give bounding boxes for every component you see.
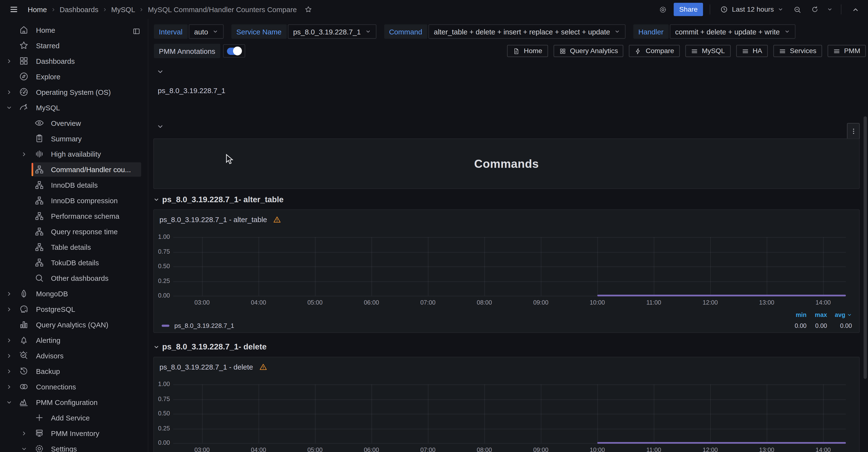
refresh-interval-picker[interactable] [825,2,834,17]
dashboard-link-label: PMM [844,47,860,55]
kiosk-mode-button[interactable] [848,2,862,17]
x-axis-tick-label: 07:00 [416,446,440,452]
sidebar-item-starred[interactable]: Starred [0,37,148,53]
row-header-alter-table[interactable]: ps_8.0_3.19.228.7_1- alter_table [153,195,283,204]
sidebar-item-query-response-time[interactable]: Query response time [0,224,148,239]
clipboard-icon [34,134,44,144]
variable-interval: Intervalauto [154,25,224,39]
sidebar-item-label: Performance schema [51,212,119,220]
dashboard-link-home[interactable]: Home [507,45,548,57]
breadcrumb-item-dashboards[interactable]: Dashboards [60,5,98,13]
sidebar-item-table-details[interactable]: Table details [0,239,148,255]
sidebar-item-label: Home [36,26,55,34]
legend-stat-headers: minmaxavg [784,311,852,318]
sidebar-item-advisors[interactable]: Advisors [0,348,148,364]
x-axis-tick-label: 04:00 [246,299,271,306]
sidebar-item-mongodb[interactable]: MongoDB [0,286,148,302]
variable-selected-value: ps_8.0_3.19.228.7_1 [293,27,361,36]
variable-value-dropdown[interactable]: alter_table + delete + insert + replace … [428,25,626,39]
sidebar-item-performance-schema[interactable]: Performance schema [0,208,148,224]
breadcrumb-item-mysql-command-handler-counters-compare: MySQL Command/Handler Counters Compare [148,5,297,13]
panel-header[interactable]: ps_8.0_3.19.228.7_1 - alter_table [159,216,282,224]
y-axis-tick-label: 0.25 [154,425,170,431]
share-button[interactable]: Share [674,3,703,16]
sidebar-item-overview[interactable]: Overview [0,115,148,131]
sidebar-item-postgresql[interactable]: PostgreSQL [0,302,148,317]
sidebar-item-high-availability[interactable]: High availability [0,146,148,162]
sidebar-item-label: Settings [51,445,77,452]
scrollbar-track[interactable] [864,19,867,452]
legend-stat-header-max[interactable]: max [806,311,827,318]
grid-icon [559,47,566,55]
v-gridline [202,237,203,296]
mega-menu-toggle-button[interactable] [6,2,21,17]
favorite-dashboard-button[interactable] [300,2,314,17]
sidebar-item-explore[interactable]: Explore [0,68,148,84]
plot-area[interactable] [173,384,846,443]
advisor-search-icon [19,351,29,361]
v-gridline [823,384,824,443]
sidebar-item-backup[interactable]: Backup [0,364,148,379]
variable-value-dropdown[interactable]: auto [188,25,224,39]
sidebar-item-add-service[interactable]: Add Service [0,410,148,425]
legend-series-row[interactable]: ps_8.0_3.19.228.7_1 [162,322,234,329]
zoom-out-time-button[interactable] [790,2,804,17]
time-range-picker[interactable]: Last 12 hours [717,2,786,17]
v-gridline [485,237,485,296]
breadcrumb-item-mysql[interactable]: MySQL [111,5,135,13]
dashboard-link-ha[interactable]: HA [736,45,768,57]
dashboard-link-mysql[interactable]: MySQL [685,45,731,57]
refresh-button[interactable] [808,2,822,17]
sidebar-item-innodb-details[interactable]: InnoDB details [0,177,148,193]
panel-header[interactable]: ps_8.0_3.19.228.7_1 - delete [159,363,268,371]
row-header-delete[interactable]: ps_8.0_3.19.228.7_1- delete [153,342,267,351]
sidebar-item-command-handler-cou-[interactable]: Command/Handler cou... [0,162,148,177]
sidebar-item-label: Operating System (OS) [36,88,111,96]
sidebar-item-label: Query Analytics (QAN) [36,320,108,329]
mountains-icon [19,397,29,407]
row-collapse-chevron-1[interactable] [157,68,164,76]
sidebar-item-alerting[interactable]: Alerting [0,333,148,348]
v-gridline [541,237,541,296]
sidebar-item-query-analytics-qan-[interactable]: Query Analytics (QAN) [0,317,148,333]
sidebar-item-connections[interactable]: Connections [0,379,148,395]
sidebar-item-mysql[interactable]: MySQL [0,100,148,115]
sidebar-item-operating-system-os-[interactable]: Operating System (OS) [0,84,148,100]
chevron-down-icon [153,344,159,350]
sidebar-item-label: Dashboards [36,57,74,65]
sidebar-item-home[interactable]: Home [0,22,148,37]
sidebar-item-innodb-compression[interactable]: InnoDB compression [0,193,148,208]
x-axis-tick-label: 12:00 [698,299,723,306]
sidebar-item-summary[interactable]: Summary [0,131,148,146]
dock-menu-button[interactable] [129,24,143,38]
dashboard-link-compare[interactable]: Compare [629,45,680,57]
legend-stat-header-min[interactable]: min [784,311,806,318]
sidebar-item-tokudb-details[interactable]: TokuDB details [0,255,148,271]
variable-value-dropdown[interactable]: ps_8.0_3.19.228.7_1 [288,25,376,39]
sitemap-icon [34,257,44,267]
sidebar-item-label: Query response time [51,227,118,236]
star-icon [304,6,312,13]
v-gridline [485,384,485,443]
dashboard-settings-button[interactable] [656,2,670,17]
sidebar-item-pmm-configuration[interactable]: PMM Configuration [0,394,148,410]
sidebar-item-other-dashboards[interactable]: Other dashboards [0,271,148,286]
variable-value-dropdown[interactable]: commit + delete + update + write [670,25,795,39]
dashboard-link-services[interactable]: Services [773,45,822,57]
scrollbar-thumb[interactable] [864,116,867,379]
sidebar-item-pmm-inventory[interactable]: PMM Inventory [0,425,148,441]
dashboard-link-query-analytics[interactable]: Query Analytics [553,45,623,57]
sidebar-item-settings[interactable]: Settings [0,441,148,452]
breadcrumb-item-home[interactable]: Home [28,5,47,13]
chevron-right-icon [6,352,12,359]
legend-stat-header-avg[interactable]: avg [827,311,852,318]
plot-area[interactable] [173,237,846,296]
pmm-annotations-toggle[interactable] [223,45,245,58]
sidebar: HomeStarredDashboardsExploreOperating Sy… [0,19,148,452]
dashboard-link-pmm[interactable]: PMM [828,45,866,57]
y-axis-tick-label: 0.00 [154,440,170,446]
x-axis-tick-label: 10:00 [585,299,610,306]
panel-menu-button[interactable] [847,123,860,140]
sidebar-item-dashboards[interactable]: Dashboards [0,53,148,68]
row-collapse-chevron-2[interactable] [157,123,164,130]
